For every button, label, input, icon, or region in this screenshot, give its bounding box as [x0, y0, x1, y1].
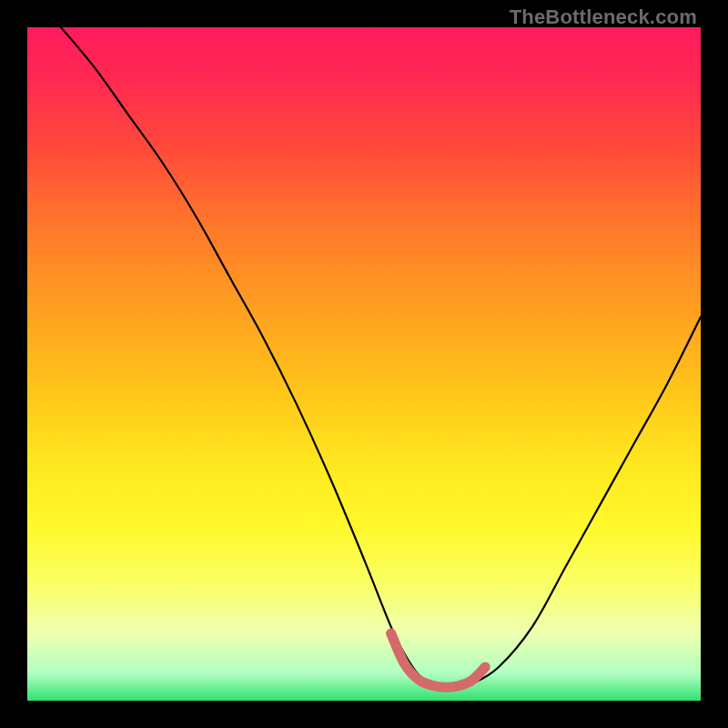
- curve-svg: [27, 27, 701, 701]
- optimal-zone-highlight: [391, 633, 486, 687]
- watermark-text: TheBottleneck.com: [510, 5, 697, 29]
- chart-container: TheBottleneck.com: [0, 0, 728, 728]
- plot-area: [27, 27, 701, 701]
- bottleneck-curve: [61, 27, 701, 688]
